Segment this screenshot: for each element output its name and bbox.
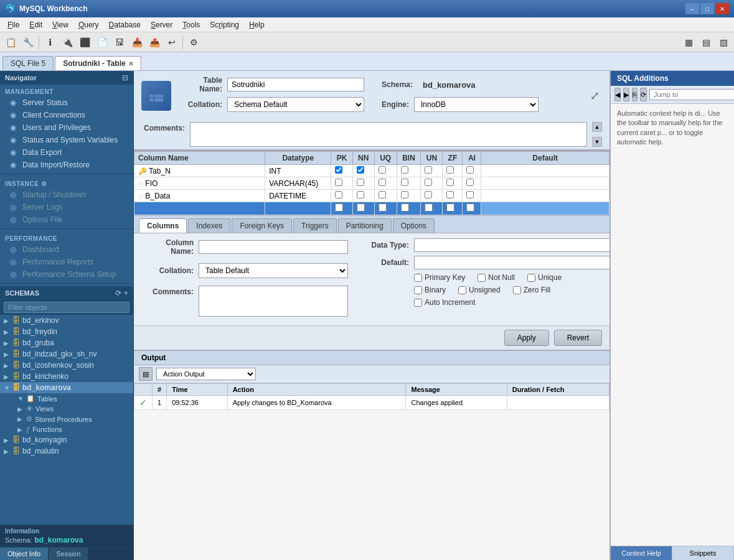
toolbar-btn-9[interactable]: 📤 [146,34,162,50]
snippets-tab[interactable]: Snippets [672,546,734,560]
un-checkbox-tabn[interactable] [425,166,432,174]
cb-unique[interactable]: Unique [527,273,562,282]
nav-performance-reports[interactable]: ◎ Performance Reports [0,256,133,268]
toolbar-btn-3[interactable]: ℹ [42,34,58,50]
cb-unsigned[interactable]: Unsigned [458,286,501,294]
nav-data-import[interactable]: ◉ Data Import/Restore [0,159,133,171]
menu-database[interactable]: Database [104,19,146,30]
uq-checkbox-tabn[interactable] [379,166,386,174]
zf-checkbox-new[interactable] [446,203,454,212]
tab-close-icon[interactable]: ✕ [128,60,133,67]
nn-checkbox-new[interactable] [357,203,365,212]
engine-select[interactable]: InnoDB [414,97,539,112]
unique-checkbox[interactable] [527,274,535,282]
cb-primary-key[interactable]: Primary Key [414,273,465,282]
col-fio-zf[interactable] [443,177,463,190]
col-empty-uq[interactable] [374,202,397,215]
toolbar-btn-7[interactable]: 🖫 [111,34,128,50]
toolbar-layout-2[interactable]: ▤ [698,34,714,50]
toolbar-btn-11[interactable]: ⚙ [186,34,202,50]
schema-sub-functions[interactable]: ▶ ƒ Functions [0,424,133,434]
table-row[interactable]: ◇ B_Data DATETIME [134,190,609,202]
col-fio-ai[interactable] [463,177,481,190]
ai-checkbox-bdata[interactable] [466,191,474,198]
scroll-dn-btn[interactable]: ▼ [592,137,602,147]
menu-help[interactable]: Help [244,19,270,30]
zf-checkbox-bdata[interactable] [446,191,454,198]
zerofill-checkbox[interactable] [513,286,521,294]
sql-refresh-btn[interactable]: ⟳ [640,88,647,101]
menu-edit[interactable]: Edit [24,19,47,30]
cb-zerofill[interactable]: Zero Fill [513,286,550,294]
tab-triggers[interactable]: Triggers [293,218,337,233]
col-tab-n-nn[interactable] [352,165,374,177]
col-bdata-ai[interactable] [463,190,481,202]
cb-auto-increment[interactable]: Auto Increment [414,298,475,307]
uq-checkbox-bdata[interactable] [379,191,386,198]
nav-users-privileges[interactable]: ◉ Users and Privileges [0,121,133,134]
col-tab-n-un[interactable] [421,165,443,177]
toolbar-btn-6[interactable]: 📄 [94,34,110,50]
col-empty-bin[interactable] [397,202,421,215]
pk-checkbox-tabn[interactable] [335,166,342,174]
col-bdata-un[interactable] [421,190,443,202]
un-checkbox-fio[interactable] [425,179,432,186]
menu-tools[interactable]: Tools [177,19,205,30]
bin-checkbox-fio[interactable] [401,179,408,186]
col-empty-name[interactable] [134,202,265,215]
nn-checkbox-fio[interactable] [357,179,364,186]
expand-icon[interactable]: ⤢ [588,86,602,105]
new-col-name-input[interactable] [138,204,261,213]
col-bdata-nn[interactable] [352,190,374,202]
output-type-select[interactable]: Action Output [156,368,256,380]
ai-checkbox-fio[interactable] [466,179,474,186]
col-empty-un[interactable] [421,202,443,215]
un-checkbox-new[interactable] [425,203,433,212]
col-empty-pk[interactable] [331,202,352,215]
col-tab-n-ai[interactable] [463,165,481,177]
col-comments-field[interactable] [199,286,348,317]
nn-checkbox-bdata[interactable] [357,191,364,198]
uq-checkbox-fio[interactable] [379,179,386,186]
binary-checkbox[interactable] [414,286,422,294]
toolbar-btn-4[interactable]: 🔌 [59,34,75,50]
cb-not-null[interactable]: Not Null [478,273,515,282]
bin-checkbox-tabn[interactable] [401,166,408,174]
close-button[interactable]: ✕ [715,3,729,14]
col-fio-nn[interactable] [352,177,374,190]
comments-textarea[interactable] [190,122,587,147]
sql-copy-btn[interactable]: ⎘ [632,88,638,101]
filter-input[interactable] [4,302,129,313]
col-tab-n-bin[interactable] [397,165,421,177]
menu-view[interactable]: View [47,19,73,30]
col-empty-nn[interactable] [352,202,374,215]
table-row-selected[interactable] [134,202,609,215]
col-bdata-pk[interactable] [331,190,352,202]
menu-file[interactable]: File [2,19,24,30]
col-tab-n-uq[interactable] [374,165,397,177]
toolbar-layout-1[interactable]: ▦ [680,34,697,50]
col-fio-pk[interactable] [331,177,352,190]
apply-button[interactable]: Apply [504,330,549,346]
session-tab[interactable]: Session [49,548,88,560]
col-bdata-zf[interactable] [443,190,463,202]
col-empty-default[interactable] [481,202,609,215]
tab-partitioning[interactable]: Partitioning [338,218,392,233]
schema-bd-erkinov[interactable]: ▶ 🗄 bd_erkinov [0,315,133,326]
new-col-default-input[interactable] [481,203,609,215]
tab-options[interactable]: Options [393,218,435,233]
col-bdata-uq[interactable] [374,190,397,202]
tab-sql-file[interactable]: SQL File 5 [2,56,54,70]
bin-checkbox-bdata[interactable] [401,191,408,198]
scroll-up-btn[interactable]: ▲ [592,122,602,132]
zf-checkbox-tabn[interactable] [446,166,454,174]
uq-checkbox-new[interactable] [379,203,387,212]
sql-forward-btn[interactable]: ▶ [623,88,629,101]
nav-perf-schema-setup[interactable]: ◎ Performance Schema Setup [0,268,133,281]
toolbar-btn-5[interactable]: ⬛ [77,34,93,50]
nav-server-status[interactable]: ◉ Server Status [0,96,133,109]
zf-checkbox-fio[interactable] [446,179,454,186]
unsigned-checkbox[interactable] [458,286,466,294]
tab-columns[interactable]: Columns [139,218,187,233]
table-row[interactable]: 🔑 Tab_N INT [134,165,609,177]
